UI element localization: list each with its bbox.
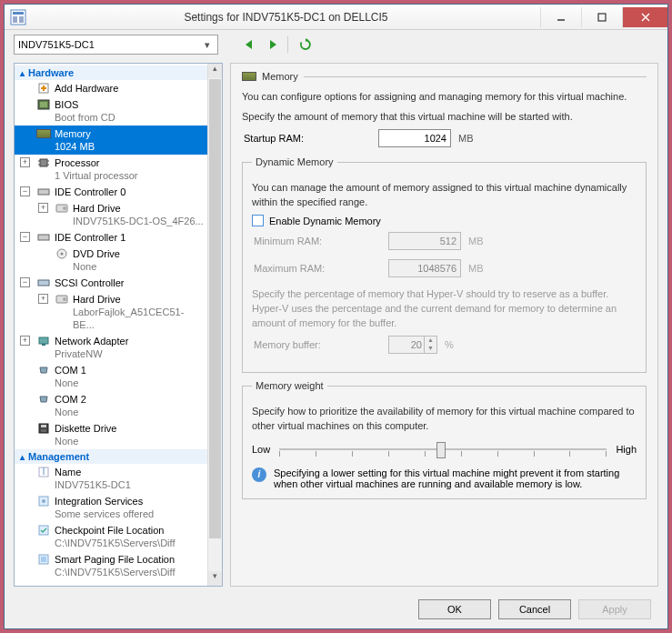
tree-integration-services[interactable]: Integration Services Some services offer… — [15, 493, 207, 522]
app-icon — [10, 9, 26, 25]
spinner-down-icon: ▼ — [425, 345, 436, 353]
back-button[interactable] — [240, 35, 258, 54]
memory-weight-legend: Memory weight — [252, 380, 327, 391]
memory-buffer-label: Memory buffer: — [254, 339, 381, 350]
svg-rect-27 — [38, 280, 49, 286]
integration-icon — [36, 494, 51, 508]
tree-memory[interactable]: Memory 1024 MB — [15, 126, 207, 155]
hardware-tree-panel: ▴Hardware Add Hardware BIOS Boot from CD… — [14, 63, 223, 587]
mb-unit: MB — [468, 236, 484, 246]
checkpoint-icon — [36, 523, 51, 538]
dynamic-memory-group: Dynamic Memory You can manage the amount… — [242, 156, 647, 373]
svg-rect-5 — [598, 14, 606, 21]
apply-button[interactable]: Apply — [578, 599, 651, 619]
slider-low-label: Low — [252, 444, 270, 455]
management-section-header[interactable]: ▴Management — [15, 449, 207, 464]
scroll-down-icon[interactable]: ▾ — [208, 571, 222, 586]
max-ram-label: Maximum RAM: — [254, 263, 381, 274]
svg-rect-30 — [39, 337, 48, 344]
svg-rect-33 — [41, 425, 46, 427]
tree-checkpoint-location[interactable]: Checkpoint File Location C:\INDV751K5\Se… — [15, 522, 207, 551]
collapse-icon: ▴ — [20, 452, 25, 462]
expand-icon[interactable]: + — [38, 203, 48, 213]
tree-ide1[interactable]: − IDE Controller 1 — [15, 229, 207, 246]
name-icon: I — [36, 465, 51, 479]
hardware-section-header[interactable]: ▴Hardware — [15, 65, 207, 80]
svg-marker-9 — [270, 40, 276, 49]
min-ram-input — [388, 232, 461, 250]
collapse-icon[interactable]: − — [20, 186, 30, 196]
tree-bios[interactable]: BIOS Boot from CD — [15, 96, 207, 126]
cancel-button[interactable]: Cancel — [498, 599, 571, 619]
collapse-icon: ▴ — [20, 68, 25, 78]
window-title: Settings for INDV751K5-DC1 on DELLCI5 — [32, 11, 540, 24]
memory-buffer-spinner: ▲▼ — [388, 336, 437, 354]
collapse-icon[interactable]: − — [20, 277, 30, 287]
expand-icon[interactable]: + — [38, 294, 48, 304]
intro-text: You can configure options for assigning … — [242, 89, 647, 104]
tree-ide0-harddrive[interactable]: + Hard Drive INDV751K5-DC1-OS_4F26... — [15, 200, 207, 229]
tree-scsi-harddrive[interactable]: + Hard Drive LaborFajlok_A51CEC51-BE... — [15, 291, 207, 333]
slider-high-label: High — [616, 444, 637, 455]
svg-text:I: I — [42, 466, 45, 477]
maximize-button[interactable] — [581, 7, 622, 27]
add-hardware-icon — [36, 81, 51, 95]
memory-icon — [36, 126, 51, 141]
tree-name[interactable]: I Name INDV751K5-DC1 — [15, 464, 207, 493]
spinner-up-icon: ▲ — [425, 337, 436, 345]
tree-add-hardware[interactable]: Add Hardware — [15, 80, 207, 96]
close-button[interactable] — [622, 7, 667, 27]
svg-marker-8 — [246, 40, 252, 49]
smart-paging-icon — [36, 552, 51, 567]
settings-detail-panel: Memory You can configure options for ass… — [230, 63, 658, 587]
enable-dynamic-memory-checkbox[interactable] — [252, 215, 264, 226]
svg-rect-31 — [42, 344, 45, 346]
svg-rect-1 — [13, 12, 24, 15]
collapse-icon[interactable]: − — [20, 232, 30, 242]
controller-icon — [36, 185, 51, 199]
diskette-icon — [36, 421, 51, 436]
ok-button[interactable]: OK — [418, 599, 491, 619]
svg-point-38 — [42, 499, 45, 503]
refresh-button[interactable] — [296, 35, 315, 54]
max-ram-input — [388, 259, 461, 277]
forward-button[interactable] — [264, 35, 282, 54]
buffer-desc: Specify the percentage of memory that Hy… — [252, 286, 637, 330]
startup-ram-input[interactable] — [378, 129, 451, 147]
tree-smart-paging[interactable]: Smart Paging File Location C:\INDV751K5\… — [15, 551, 207, 580]
titlebar: Settings for INDV751K5-DC1 on DELLCI5 — [5, 5, 667, 30]
minimize-button[interactable] — [540, 7, 581, 27]
svg-rect-34 — [41, 429, 46, 432]
memory-weight-desc: Specify how to prioritize the availabili… — [252, 404, 637, 433]
svg-rect-24 — [38, 235, 49, 240]
settings-tree[interactable]: ▴Hardware Add Hardware BIOS Boot from CD… — [15, 64, 207, 586]
expand-icon[interactable]: + — [20, 336, 30, 346]
tree-com1[interactable]: COM 1 None — [15, 362, 207, 391]
scroll-thumb[interactable] — [209, 79, 221, 538]
slider-thumb[interactable] — [436, 442, 446, 458]
mb-unit: MB — [468, 263, 484, 274]
svg-rect-2 — [13, 16, 17, 23]
expand-icon[interactable]: + — [20, 157, 30, 167]
tree-ide1-dvd[interactable]: DVD Drive None — [15, 246, 207, 275]
settings-window: Settings for INDV751K5-DC1 on DELLCI5 IN… — [4, 4, 668, 629]
network-icon — [36, 334, 51, 348]
controller-icon — [36, 230, 51, 245]
memory-weight-group: Memory weight Specify how to prioritize … — [242, 380, 647, 499]
scroll-up-icon[interactable]: ▴ — [208, 64, 222, 78]
harddrive-icon — [55, 201, 69, 216]
tree-processor[interactable]: + Processor 1 Virtual processor — [15, 155, 207, 184]
tree-scsi[interactable]: − SCSI Controller — [15, 275, 207, 291]
weight-info-text: Specifying a lower setting for this virt… — [274, 467, 637, 489]
scsi-icon — [36, 276, 51, 290]
tree-network-adapter[interactable]: + Network Adapter PrivateNW — [15, 333, 207, 362]
startup-ram-label: Startup RAM: — [244, 133, 371, 144]
svg-point-26 — [61, 253, 64, 256]
tree-diskette[interactable]: Diskette Drive None — [15, 420, 207, 449]
tree-com2[interactable]: COM 2 None — [15, 391, 207, 420]
tree-ide0[interactable]: − IDE Controller 0 — [15, 184, 207, 200]
dvd-icon — [55, 246, 69, 261]
vm-selector-combo[interactable]: INDV751K5-DC1 ▾ — [14, 35, 218, 55]
memory-weight-slider[interactable] — [279, 440, 607, 458]
tree-scrollbar[interactable]: ▴ ▾ — [207, 64, 222, 586]
